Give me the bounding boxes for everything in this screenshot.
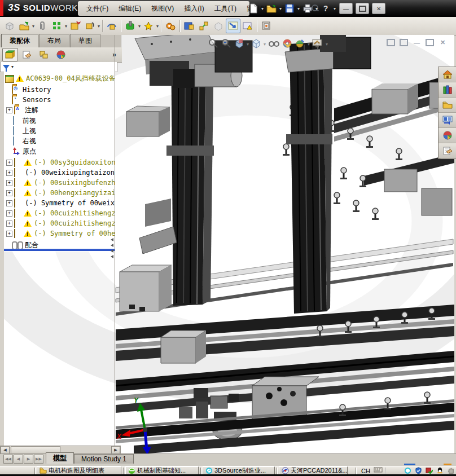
appearance-dropdown-icon[interactable]: ▾	[308, 42, 310, 47]
smart-fasteners-icon[interactable]	[68, 19, 82, 33]
configuration-manager-tab[interactable]	[36, 48, 52, 61]
doc-close-icon[interactable]: ✕	[438, 38, 448, 47]
mate-icon[interactable]	[35, 19, 50, 33]
orientation-dropdown-icon[interactable]: ▾	[264, 42, 266, 47]
open-icon[interactable]	[265, 2, 278, 15]
refgeo-dropdown-icon[interactable]: ▾	[156, 24, 159, 29]
photo-view-icon[interactable]	[259, 19, 274, 33]
expand-icon[interactable]: +	[6, 200, 12, 206]
nav-last-icon[interactable]: ▶▶	[34, 455, 43, 464]
bill-of-materials-icon[interactable]	[182, 19, 196, 33]
view-settings-icon[interactable]	[312, 38, 324, 50]
new-dropdown-icon[interactable]: ▾	[261, 6, 264, 11]
tree-row-component[interactable]: + (-) 00cuizhitishengzong	[5, 218, 115, 228]
expand-icon[interactable]: +	[6, 107, 12, 113]
panel-splitter-arrows[interactable]	[111, 238, 113, 258]
rotate-component-icon[interactable]	[104, 19, 119, 33]
zoom-fit-icon[interactable]	[208, 38, 219, 51]
tree-row-component[interactable]: + (-) 00hengxiangyizaizuc	[5, 188, 115, 198]
menu-view[interactable]: 视图(V)	[146, 2, 179, 15]
doc-minimize-icon[interactable]: —	[412, 38, 422, 47]
print-icon[interactable]	[301, 2, 314, 15]
save-icon[interactable]	[283, 2, 296, 15]
tray-shield-icon[interactable]	[415, 467, 422, 474]
expand-icon[interactable]: +	[6, 190, 12, 196]
solidworks-resources-icon[interactable]	[439, 67, 456, 82]
tray-device-icon[interactable]	[447, 467, 454, 474]
tree-row-annotations[interactable]: + A 注解	[5, 105, 38, 115]
menu-file[interactable]: 文件(F)	[81, 2, 113, 15]
expand-icon[interactable]: +	[6, 231, 12, 237]
view-palette-icon[interactable]	[439, 113, 456, 128]
close-button[interactable]: ✕	[372, 3, 385, 14]
pattern-dropdown-icon[interactable]: ▾	[65, 24, 67, 29]
view-orientation-icon[interactable]	[251, 38, 262, 51]
expand-icon[interactable]: +	[6, 170, 12, 176]
scroll-left-icon[interactable]: ◀	[1, 446, 10, 454]
panel-splitter[interactable]	[115, 35, 115, 453]
tab-model[interactable]: 模型	[46, 452, 74, 464]
motion-study-icon[interactable]	[163, 19, 178, 33]
hide-show-items-icon[interactable]	[282, 38, 293, 51]
minimize-button[interactable]: —	[339, 3, 353, 14]
features-dropdown-icon[interactable]: ▾	[138, 24, 141, 29]
tree-row-component[interactable]: + (-) Symmetry of 00weixiupi	[5, 198, 115, 208]
assembly-root-label[interactable]: AC0639-00_04风挡移载设备	[26, 74, 115, 83]
keyboard-icon[interactable]	[374, 466, 383, 475]
tree-row-component[interactable]: + (-) Symmetry of 00hengx	[5, 228, 115, 239]
tab-sketch[interactable]: 草图	[70, 34, 100, 47]
collapse-pane-right-icon[interactable]	[399, 38, 409, 47]
tray-qq-icon[interactable]	[436, 467, 444, 474]
menu-tools[interactable]: 工具(T)	[209, 2, 242, 15]
tree-row-origin[interactable]: 原点	[12, 146, 36, 156]
large-design-review-icon[interactable]	[226, 19, 240, 33]
tab-layout[interactable]: 布局	[39, 34, 69, 47]
tree-row-top-plane[interactable]: 上视	[12, 126, 36, 136]
collapse-pane-left-icon[interactable]	[386, 38, 396, 47]
tray-3d-icon[interactable]	[404, 467, 411, 474]
component-pattern-icon[interactable]	[50, 19, 64, 33]
instant3d-icon[interactable]	[211, 19, 226, 33]
save-dropdown-icon[interactable]: ▾	[297, 6, 300, 11]
filter-dropdown-icon[interactable]: ▾	[11, 64, 14, 69]
menu-edit[interactable]: 编辑(E)	[113, 2, 146, 15]
language-indicator[interactable]: CH	[358, 468, 374, 474]
print-dropdown-icon[interactable]: ▾	[315, 6, 318, 11]
property-manager-tab[interactable]	[19, 48, 35, 61]
section-view-icon[interactable]	[234, 38, 245, 51]
tree-row-component[interactable]: + (-) 00sy3guidaoxitong00	[5, 157, 115, 168]
move-dropdown-icon[interactable]: ▾	[98, 24, 100, 29]
tree-row-right-plane[interactable]: 右视	[12, 136, 36, 146]
tab-motion-study[interactable]: Motion Study 1	[74, 454, 134, 464]
zoom-area-icon[interactable]	[221, 38, 232, 51]
nav-next-icon[interactable]: ▶	[24, 455, 33, 464]
restore-button[interactable]	[356, 3, 369, 14]
tree-row-component[interactable]: + (-) 00suixingbufenzhong	[5, 178, 115, 188]
display-style-icon[interactable]	[268, 38, 280, 50]
help-dropdown-icon[interactable]: ▾	[334, 6, 336, 11]
expand-icon[interactable]: +	[6, 221, 12, 227]
featuremanager-tree-tab[interactable]	[2, 48, 18, 61]
tree-row-front-plane[interactable]: 前视	[12, 116, 36, 126]
tree-root-row[interactable]: AC0639-00_04风挡移载设备	[5, 73, 115, 83]
reference-geometry-icon[interactable]	[141, 19, 156, 33]
open-dropdown-icon[interactable]: ▾	[279, 6, 282, 11]
help-icon[interactable]: ?	[319, 2, 332, 15]
scroll-right-icon[interactable]: ▶	[111, 446, 120, 454]
tray-update-icon[interactable]	[426, 467, 433, 474]
file-explorer-icon[interactable]	[439, 98, 456, 113]
open-part-dropdown-icon[interactable]: ▾	[32, 24, 34, 29]
expand-icon[interactable]: +	[6, 160, 12, 166]
tab-assembly[interactable]: 装配体	[1, 34, 38, 47]
assembly-features-icon[interactable]	[123, 19, 138, 33]
move-component-icon[interactable]	[82, 19, 97, 33]
tree-row-component[interactable]: + (-) 00weixiupingtaizongche	[5, 168, 115, 178]
menu-insert[interactable]: 插入(I)	[179, 2, 209, 15]
expand-icon[interactable]: +	[6, 180, 12, 186]
display-manager-tab[interactable]	[53, 48, 69, 61]
design-library-icon[interactable]	[439, 82, 456, 98]
custom-properties-icon[interactable]	[439, 143, 456, 158]
appearances-icon[interactable]	[439, 128, 456, 143]
expand-icon[interactable]: +	[6, 210, 12, 217]
open-part-icon[interactable]	[17, 19, 32, 33]
